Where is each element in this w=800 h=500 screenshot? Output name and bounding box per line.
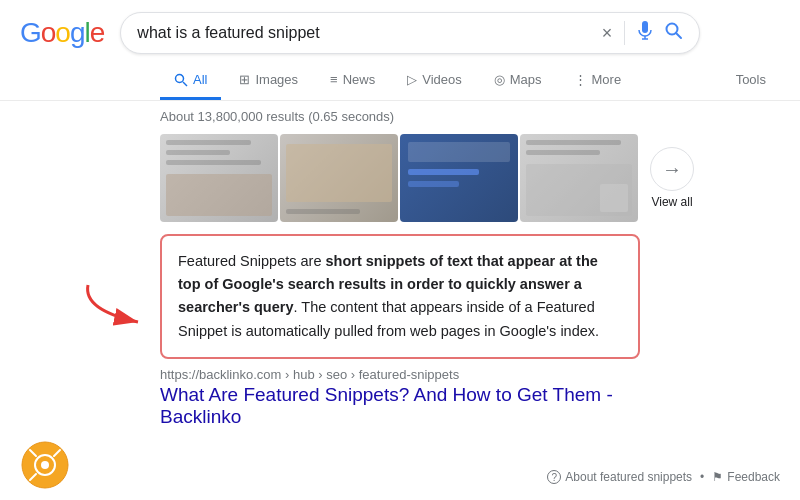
- search-input[interactable]: [137, 24, 601, 42]
- snippet-text-before: Featured Snippets are: [178, 253, 326, 269]
- red-arrow-annotation: [78, 280, 158, 330]
- source-url: https://backlinko.com › hub › seo › feat…: [160, 367, 640, 382]
- clear-icon[interactable]: ×: [602, 23, 613, 44]
- google-logo: Google: [20, 17, 104, 49]
- question-icon: ?: [547, 470, 561, 484]
- tools-tab[interactable]: Tools: [722, 62, 780, 100]
- tab-maps[interactable]: ◎ Maps: [480, 62, 556, 100]
- logo-letter-g2: g: [70, 17, 85, 48]
- svg-rect-0: [642, 21, 648, 33]
- feedback-link[interactable]: ⚑ Feedback: [712, 470, 780, 484]
- thumbnails-container: [160, 134, 640, 222]
- feedback-label: Feedback: [727, 470, 780, 484]
- tab-images[interactable]: ⊞ Images: [225, 62, 312, 100]
- featured-snippet-box: Featured Snippets are short snippets of …: [160, 234, 640, 359]
- logo-letter-e: e: [90, 17, 105, 48]
- search-bar: ×: [120, 12, 700, 54]
- tab-more[interactable]: ⋮ More: [560, 62, 636, 100]
- thumbnail-3[interactable]: [400, 134, 518, 222]
- all-icon: [174, 73, 188, 87]
- nav-tabs: All ⊞ Images ≡ News ▷ Videos ◎ Maps ⋮ Mo…: [0, 62, 800, 101]
- tab-videos-label: Videos: [422, 72, 462, 87]
- svg-line-6: [183, 82, 187, 86]
- tab-more-label: More: [592, 72, 622, 87]
- result-title-link[interactable]: What Are Featured Snippets? And How to G…: [160, 384, 640, 428]
- videos-icon: ▷: [407, 72, 417, 87]
- more-icon: ⋮: [574, 72, 587, 87]
- header: Google ×: [0, 0, 800, 62]
- footer-row: ? About featured snippets • ⚑ Feedback: [0, 464, 800, 490]
- thumbnail-1[interactable]: [160, 134, 278, 222]
- tab-maps-label: Maps: [510, 72, 542, 87]
- about-label: About featured snippets: [565, 470, 692, 484]
- svg-line-4: [676, 33, 681, 38]
- feedback-icon: ⚑: [712, 470, 723, 484]
- logo-letter-o2: o: [55, 17, 70, 48]
- tab-news-label: News: [343, 72, 376, 87]
- tab-videos[interactable]: ▷ Videos: [393, 62, 476, 100]
- tools-label: Tools: [736, 72, 766, 87]
- mic-icon[interactable]: [637, 21, 653, 45]
- google-search-page: Google ×: [0, 0, 800, 500]
- view-all-label: View all: [651, 195, 692, 209]
- svg-point-5: [176, 74, 184, 82]
- tab-all-label: All: [193, 72, 207, 87]
- thumbnails-row: → View all: [160, 134, 780, 222]
- about-featured-snippets-link[interactable]: ? About featured snippets: [547, 470, 692, 484]
- thumbnail-4[interactable]: [520, 134, 638, 222]
- maps-icon: ◎: [494, 72, 505, 87]
- images-icon: ⊞: [239, 72, 250, 87]
- view-all-circle[interactable]: →: [650, 147, 694, 191]
- thumbnail-2[interactable]: [280, 134, 398, 222]
- view-all-button[interactable]: → View all: [650, 147, 694, 209]
- logo-letter-g: G: [20, 17, 41, 48]
- tab-all[interactable]: All: [160, 62, 221, 100]
- search-icons: ×: [602, 21, 684, 45]
- results-area: About 13,800,000 results (0.65 seconds): [0, 101, 800, 440]
- search-bar-divider: [624, 21, 625, 45]
- search-submit-icon[interactable]: [665, 22, 683, 44]
- separator-dot: •: [700, 470, 704, 484]
- arrow-right-icon: →: [662, 158, 682, 181]
- tab-images-label: Images: [255, 72, 298, 87]
- logo-letter-o1: o: [41, 17, 56, 48]
- news-icon: ≡: [330, 72, 338, 87]
- results-count: About 13,800,000 results (0.65 seconds): [160, 109, 780, 124]
- tab-news[interactable]: ≡ News: [316, 62, 389, 100]
